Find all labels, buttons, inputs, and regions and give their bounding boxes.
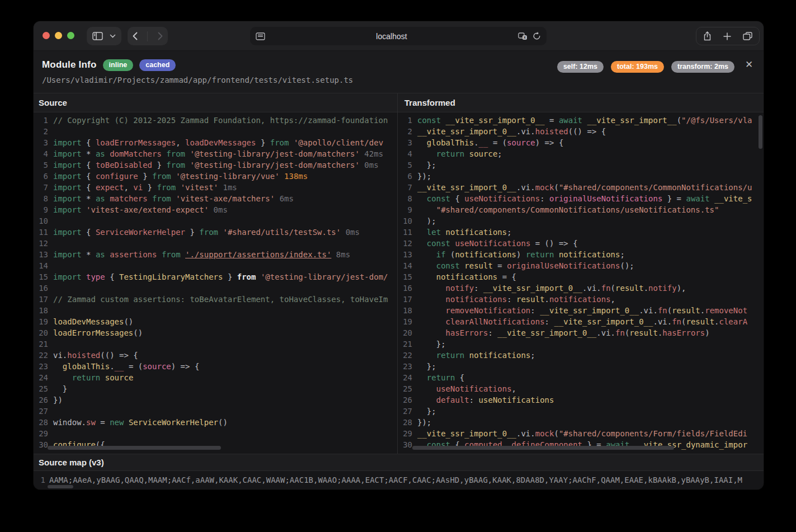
line-number: 15: [34, 271, 48, 283]
code-line: 27 };: [398, 406, 764, 417]
sidebar-icon[interactable]: [92, 32, 103, 40]
line-number: 10: [34, 215, 48, 227]
code-line: 3 globalThis.__ = (source) => {: [398, 137, 764, 148]
timing-metrics: self: 12ms total: 193ms transform: 2ms: [557, 61, 734, 73]
code-line: 2: [34, 126, 397, 137]
line-number: 26: [398, 394, 412, 406]
translate-icon[interactable]: x: [518, 32, 527, 40]
code-line: 28});: [398, 417, 764, 428]
line-number: 3: [34, 137, 48, 148]
line-number: 8: [398, 193, 412, 204]
total-time-badge: total: 193ms: [611, 61, 664, 73]
transformed-vertical-scrollbar[interactable]: [759, 115, 762, 149]
line-number: 28: [34, 417, 48, 428]
code-line: 15 notifications = {: [398, 271, 764, 283]
code-line: 29__vite_ssr_import_0__.vi.mock("#shared…: [398, 428, 764, 439]
sourcemap-code[interactable]: 1AAMA;AAeA,yBAAG,QAAQ,MAAM;AACf,aAAW,KAA…: [34, 471, 764, 489]
sourcemap-horizontal-scrollbar[interactable]: [48, 485, 73, 488]
code-line: 22 return notifications;: [398, 350, 764, 361]
code-line: 11import { ServiceWorkerHelper } from '#…: [34, 227, 397, 238]
transformed-panel-title: Transformed: [398, 93, 764, 112]
code-line: 21: [34, 338, 397, 350]
code-line: 17// Zammad custom assertions: toBeAvata…: [34, 294, 397, 305]
code-line: 24 return {: [398, 372, 764, 383]
chevron-down-icon[interactable]: [110, 34, 116, 38]
line-number: 9: [398, 204, 412, 215]
sidebar-toggle-group: [87, 27, 121, 45]
code-line: 16: [34, 283, 397, 294]
line-number: 19: [398, 316, 412, 327]
source-panel: Source 1// Copyright (C) 2012-2025 Zamma…: [34, 93, 397, 454]
line-number: 21: [398, 338, 412, 350]
url-text[interactable]: localhost: [265, 32, 518, 41]
code-line: 16 notify: __vite_ssr_import_0__.vi.fn(r…: [398, 283, 764, 294]
traffic-light-close-button[interactable]: [43, 32, 50, 39]
line-number: 27: [398, 406, 412, 417]
code-panels: Source 1// Copyright (C) 2012-2025 Zamma…: [34, 93, 764, 454]
self-time-badge: self: 12ms: [557, 61, 604, 73]
line-number: 11: [34, 227, 48, 238]
line-number: 19: [34, 316, 48, 327]
transform-time-badge: transform: 2ms: [671, 61, 734, 73]
line-number: 7: [398, 182, 412, 193]
line-number: 29: [34, 428, 48, 439]
source-code[interactable]: 1// Copyright (C) 2012-2025 Zammad Found…: [34, 112, 397, 450]
code-line: 1const __vite_ssr_import_0__ = await __v…: [398, 115, 764, 126]
reader-icon[interactable]: [256, 32, 265, 40]
module-file-path: /Users/vladimir/Projects/zammad/app/fron…: [42, 76, 353, 84]
code-line: 23 globalThis.__ = (source) => {: [34, 361, 397, 372]
code-line: 11 let notifications;: [398, 227, 764, 238]
line-number: 14: [398, 260, 412, 271]
tab-overview-icon[interactable]: [743, 32, 752, 40]
line-number: 5: [34, 159, 48, 171]
line-number: 14: [34, 260, 48, 271]
line-number: 7: [34, 182, 48, 193]
code-line: 26}): [34, 394, 397, 406]
reload-icon[interactable]: [533, 32, 541, 40]
traffic-light-minimize-button[interactable]: [55, 32, 62, 39]
address-bar[interactable]: localhost x: [250, 27, 547, 45]
code-line: 27: [34, 406, 397, 417]
code-line: 26 default: useNotifications: [398, 394, 764, 406]
code-line: 23 };: [398, 361, 764, 372]
line-number: 30: [398, 439, 412, 450]
line-number: 3: [398, 137, 412, 148]
transformed-panel: Transformed 1const __vite_ssr_import_0__…: [397, 93, 764, 454]
browser-window: localhost x: [34, 21, 764, 489]
line-number: 18: [398, 305, 412, 316]
line-number: 6: [398, 171, 412, 182]
code-line: 14: [34, 260, 397, 271]
cached-badge: cached: [139, 59, 176, 71]
code-line: 28window.sw = new ServiceWorkerHelper(): [34, 417, 397, 428]
source-horizontal-scrollbar[interactable]: [48, 446, 221, 450]
module-info-header: Module Info inline cached self: 12ms tot…: [34, 51, 764, 93]
nav-divider: [147, 31, 148, 41]
navigation-group: [128, 27, 168, 45]
code-line: 15import type { TestingLibraryMatchers }…: [34, 271, 397, 283]
sourcemap-section: Source map (v3) 1AAMA;AAeA,yBAAG,QAAQ,MA…: [34, 454, 764, 489]
code-line: 18: [34, 305, 397, 316]
transformed-horizontal-scrollbar[interactable]: [412, 446, 674, 450]
code-line: 9import 'vitest-axe/extend-expect' 0ms: [34, 204, 397, 215]
line-number: 9: [34, 204, 48, 215]
forward-button[interactable]: [158, 32, 163, 40]
desktop-background: localhost x: [0, 0, 796, 532]
close-icon[interactable]: ✕: [742, 58, 756, 71]
line-number: 17: [34, 294, 48, 305]
module-link[interactable]: './support/assertions/index.ts': [185, 250, 331, 259]
code-line: 10 );: [398, 215, 764, 227]
share-icon[interactable]: [703, 31, 712, 41]
code-line: 4 return source;: [398, 148, 764, 159]
code-line: 1AAMA;AAeA,yBAAG,QAAQ,MAAM;AACf,aAAW,KAA…: [34, 474, 764, 486]
line-number: 10: [398, 215, 412, 227]
line-number: 15: [398, 271, 412, 283]
line-number: 29: [398, 428, 412, 439]
new-tab-icon[interactable]: [723, 32, 731, 40]
code-line: 19 clearAllNotifications: __vite_ssr_imp…: [398, 316, 764, 327]
traffic-light-zoom-button[interactable]: [67, 32, 74, 39]
back-button[interactable]: [133, 32, 138, 40]
code-line: 20 hasErrors: __vite_ssr_import_0__.vi.f…: [398, 327, 764, 338]
line-number: 13: [34, 249, 48, 260]
code-line: 5 };: [398, 159, 764, 171]
transformed-code[interactable]: 1const __vite_ssr_import_0__ = await __v…: [398, 112, 764, 450]
